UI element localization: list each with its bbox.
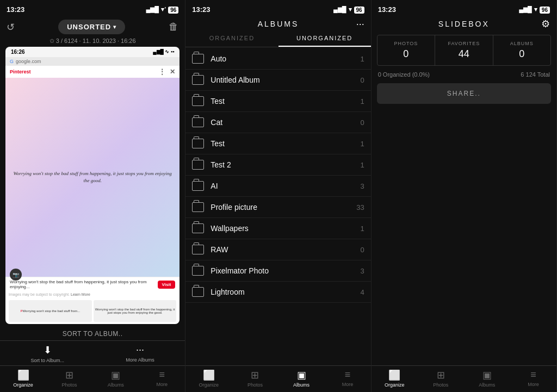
photos-icon-2: ⊞ <box>251 369 259 381</box>
album-name-untitled: Untitled Album <box>211 76 360 84</box>
albums-label: ALBUMS <box>496 41 548 46</box>
wifi-icon-1: ▾’ <box>161 6 166 13</box>
photos-value: 0 <box>380 48 432 60</box>
share-button[interactable]: SHARE.. <box>377 83 551 104</box>
more-dots-icon[interactable]: ··· <box>356 18 364 30</box>
album-name-test1: Test <box>211 97 360 105</box>
battery-icon-2: 96 <box>354 5 364 14</box>
albums-icon-1: ▣ <box>111 369 120 381</box>
wifi-icon-3: ▾ <box>534 6 537 13</box>
album-item-cat[interactable]: Cat 0 <box>185 112 370 133</box>
album-name-lightroom: Lightroom <box>211 288 360 296</box>
album-item-test1[interactable]: Test 1 <box>185 91 370 112</box>
tab-bar-3: ⬜ Organize ⊞ Photos ▣ Albums ≡ More <box>372 365 556 392</box>
panel1-meta: ✩ 3 / 6124 · 11. 10. 2023 · 16:26 <box>0 36 185 47</box>
content-image: Worrying won't stop the bad stuff from h… <box>5 78 180 277</box>
tab-more-1[interactable]: ≡ More <box>139 369 185 388</box>
album-item-ai[interactable]: AI 3 <box>185 176 370 197</box>
battery-icon-1: 96 <box>168 5 178 14</box>
album-item-test2[interactable]: Test 1 <box>185 133 370 154</box>
photos-label: PHOTOS <box>380 41 432 46</box>
tab-albums-3[interactable]: ▣ Albums <box>464 369 510 388</box>
thumbnail-2: Worrying won't stop the bad stuff from t… <box>94 300 177 322</box>
albums-title: ALBUMS <box>258 20 299 28</box>
organized-text: 0 Organized (0.0%) <box>378 71 430 78</box>
panel-slidebox: 13:23 ▄▆█ ▾ 96 SLIDEBOX ⚙ PHOTOS 0 FAVOR… <box>372 0 557 392</box>
album-item-pixelmator[interactable]: Pixelmator Photo 3 <box>185 260 370 282</box>
thumbnail-1: P Worrying won't stop the bad stuff from… <box>9 300 92 322</box>
tab-organize-2[interactable]: ⬜ Organize <box>185 369 232 388</box>
more-albums-action[interactable]: ··· More Albums <box>126 344 154 363</box>
album-count-cat: 0 <box>360 119 364 127</box>
pinterest-close-icon: ✕ <box>170 68 175 76</box>
tab-organized[interactable]: ORGANIZED <box>185 30 278 47</box>
albums-icon-2: ▣ <box>297 369 306 381</box>
tab-albums-2[interactable]: ▣ Albums <box>278 369 324 388</box>
signal-icon-1: ▄▆█ <box>146 6 159 13</box>
albums-value: 0 <box>496 48 548 60</box>
album-count-test1: 1 <box>360 97 364 105</box>
sort-to-album-action[interactable]: ⬇ Sort to Album... <box>31 344 65 363</box>
more-tab-icon-1: ≡ <box>159 369 165 381</box>
folder-icon-lightroom <box>192 287 204 297</box>
panel-unsorted: 13:23 ▄▆█ ▾’ 96 ↺ UNSORTED ▾ 🗑 ✩ 3 / 612… <box>0 0 185 392</box>
unsorted-button[interactable]: UNSORTED ▾ <box>58 20 125 34</box>
album-item-raw[interactable]: RAW 0 <box>185 239 370 260</box>
download-icon: ⬇ <box>44 344 52 356</box>
pinterest-header: Pinterest ⋮ ✕ <box>5 66 180 78</box>
album-count-untitled: 0 <box>360 76 364 84</box>
delete-icon[interactable]: 🗑 <box>169 21 178 33</box>
status-icons-2: ▄▆█ ▾ 96 <box>333 5 364 14</box>
tab-more-2[interactable]: ≡ More <box>325 369 371 388</box>
album-item-test2b[interactable]: Test 2 1 <box>185 154 370 176</box>
google-favicon: G <box>10 59 14 64</box>
organize-icon-3: ⬜ <box>388 369 400 381</box>
panel3-header: SLIDEBOX ⚙ <box>372 17 556 30</box>
album-item-auto[interactable]: Auto 1 <box>185 48 370 70</box>
tab-photos-1[interactable]: ⊞ Photos <box>46 369 92 388</box>
folder-icon-test2b <box>192 160 204 170</box>
phone-screenshot: 16:26 ▄▆█ ∿ ▪▪ G google.com Pinterest ⋮ … <box>5 47 180 324</box>
sort-btn-area: SORT TO ALBUM.. <box>0 324 185 340</box>
gear-icon[interactable]: ⚙ <box>541 18 550 30</box>
sort-to-album-button[interactable]: SORT TO ALBUM.. <box>63 330 123 338</box>
tab-photos-2[interactable]: ⊞ Photos <box>232 369 278 388</box>
bottom-actions: ⬇ Sort to Album... ··· More Albums <box>0 340 185 365</box>
photos-icon-3: ⊞ <box>437 369 445 381</box>
visit-bar: Worrying won't stop the bad stuff from h… <box>5 277 180 291</box>
album-name-pixelmator: Pixelmator Photo <box>211 266 360 275</box>
status-bar-1: 13:23 ▄▆█ ▾’ 96 <box>0 0 185 17</box>
tab-bar-1: ⬜ Organize ⊞ Photos ▣ Albums ≡ More <box>0 365 185 392</box>
status-bar-3: 13:23 ▄▆█ ▾ 96 <box>372 0 556 17</box>
browser-bar: G google.com <box>5 57 180 66</box>
tab-albums-1[interactable]: ▣ Albums <box>92 369 139 388</box>
album-item-profile[interactable]: Profile picture 33 <box>185 197 370 218</box>
tab-organize-3[interactable]: ⬜ Organize <box>372 369 418 388</box>
panel2-header: ALBUMS ··· <box>185 17 370 30</box>
album-count-ai: 3 <box>360 182 364 190</box>
folder-icon-auto <box>192 54 204 64</box>
album-item-untitled[interactable]: Untitled Album 0 <box>185 70 370 91</box>
status-bar-2: 13:23 ▄▆█ ▾ 96 <box>185 0 370 17</box>
tab-more-3[interactable]: ≡ More <box>510 369 556 388</box>
visit-button[interactable]: Visit <box>158 281 176 289</box>
tab-photos-3[interactable]: ⊞ Photos <box>418 369 464 388</box>
folder-icon-wallpapers <box>192 223 204 233</box>
tab-unorganized[interactable]: UNORGANIZED <box>278 30 371 47</box>
album-item-lightroom[interactable]: Lightroom 4 <box>185 282 370 303</box>
tab-organize-1[interactable]: ⬜ Organize <box>0 369 46 388</box>
album-name-test2b: Test 2 <box>211 160 360 169</box>
album-count-profile: 33 <box>356 203 364 211</box>
album-item-wallpapers[interactable]: Wallpapers 1 <box>185 218 370 239</box>
back-icon[interactable]: ↺ <box>7 21 15 33</box>
folder-icon-test2 <box>192 139 204 148</box>
folder-icon-profile <box>192 202 204 212</box>
tab-bar-2: ⬜ Organize ⊞ Photos ▣ Albums ≡ More <box>185 365 370 392</box>
albums-icon-3: ▣ <box>482 369 492 381</box>
action-label-2: More Albums <box>126 357 154 363</box>
status-time-3: 13:23 <box>378 5 396 14</box>
pinterest-label: Pinterest <box>10 69 31 74</box>
slidebox-title: SLIDEBOX <box>438 20 490 28</box>
status-icons-1: ▄▆█ ▾’ 96 <box>146 5 179 14</box>
panel-albums: 13:23 ▄▆█ ▾ 96 ALBUMS ··· ORGANIZED UNOR… <box>185 0 371 392</box>
